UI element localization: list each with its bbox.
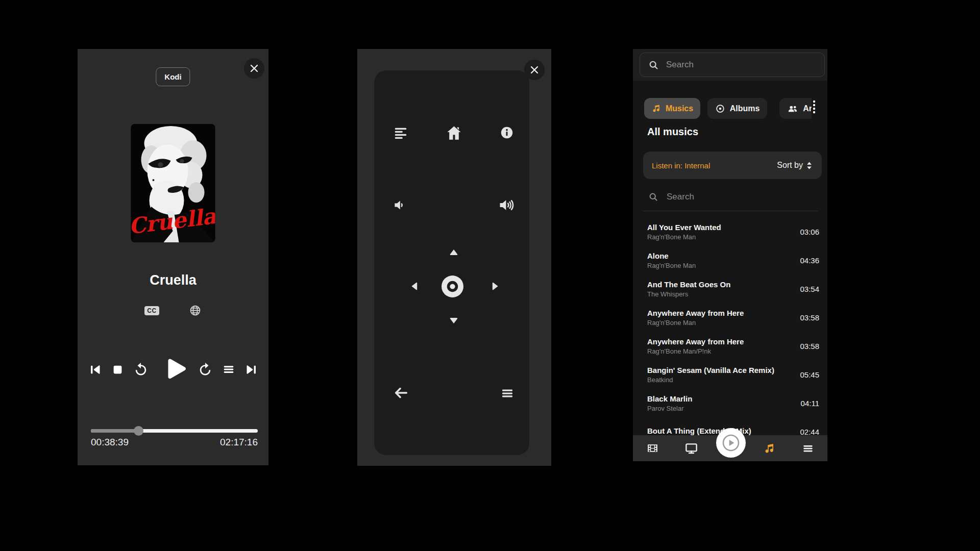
now-playing-fab[interactable]	[716, 428, 746, 458]
total-time: 02:17:16	[220, 437, 258, 448]
kodi-chip[interactable]: Kodi	[156, 67, 190, 86]
music-note-icon	[651, 104, 661, 113]
disc-icon	[715, 104, 725, 114]
song-duration: 02:44	[800, 428, 819, 436]
song-duration: 03:58	[800, 313, 819, 322]
search-icon	[648, 192, 658, 202]
search-icon	[648, 60, 659, 70]
nav-movies-button[interactable]	[633, 442, 672, 455]
song-row[interactable]: Anywhere Away from Here Rag'n'Bone Man/P…	[633, 332, 827, 360]
song-duration: 04:11	[801, 399, 819, 408]
nav-menu-button[interactable]	[789, 442, 827, 455]
song-row[interactable]: Black Marlin Parov Stelar 04:11	[633, 389, 827, 417]
song-artist: Rag'n'Bone Man/P!nk	[647, 347, 781, 355]
movie-poster: Cruella	[131, 124, 215, 242]
song-duration: 03:58	[800, 342, 819, 350]
remote-panel	[357, 49, 551, 466]
song-duration: 04:36	[800, 256, 819, 265]
song-title: Black Marlin	[647, 394, 781, 403]
info-button[interactable]	[499, 125, 514, 140]
dpad-left-button[interactable]	[409, 280, 420, 293]
close-icon	[249, 63, 259, 73]
song-title: Bout A Thing (Extended Mix)	[647, 427, 781, 435]
song-row[interactable]: Anywhere Away from Here Rag'n'Bone Man 0…	[633, 303, 827, 332]
back-button[interactable]	[393, 385, 409, 401]
song-title: Bangin' Sesam (Vanilla Ace Remix)	[647, 366, 781, 374]
remote-menu-button[interactable]	[500, 386, 515, 401]
dpad-select-button[interactable]	[441, 275, 464, 298]
media-title: Cruella	[78, 272, 268, 288]
monitor-icon	[684, 441, 698, 455]
film-icon	[646, 442, 659, 455]
song-title: Anywhere Away from Here	[647, 337, 781, 346]
song-row[interactable]: Alone Rag'n'Bone Man 04:36	[633, 246, 827, 274]
stop-button[interactable]	[111, 363, 125, 377]
search-placeholder: Search	[666, 60, 694, 70]
dpad-right-button[interactable]	[489, 280, 501, 293]
skip-next-button[interactable]	[244, 363, 258, 377]
sort-arrows-icon	[805, 161, 813, 170]
song-artist: The Whispers	[647, 290, 781, 298]
song-title: Alone	[647, 252, 781, 260]
divider	[643, 211, 818, 211]
global-search-input[interactable]: Search	[640, 53, 825, 77]
now-playing-panel: Kodi	[78, 49, 268, 465]
volume-up-button[interactable]	[498, 196, 516, 214]
song-title: Anywhere Away from Here	[647, 309, 781, 317]
tab-artists[interactable]: Artists	[779, 98, 812, 119]
close-icon	[529, 65, 540, 75]
seek-thumb[interactable]	[134, 426, 143, 436]
tab-artists-label: Artists	[803, 104, 812, 113]
people-icon	[787, 103, 798, 114]
song-artist: Beatkind	[647, 376, 781, 384]
vertical-dots-icon	[812, 99, 820, 116]
skip-previous-button[interactable]	[88, 363, 102, 377]
library-header: Search	[633, 49, 827, 81]
play-button[interactable]	[157, 354, 189, 385]
list-search-placeholder: Search	[667, 192, 694, 202]
tabs-overflow-button[interactable]	[812, 99, 820, 120]
song-duration: 03:54	[800, 285, 819, 293]
volume-down-button[interactable]	[393, 197, 408, 213]
hamburger-icon	[801, 442, 815, 455]
fast-forward-icon[interactable]	[198, 362, 213, 377]
rewind-icon[interactable]	[133, 362, 149, 377]
dpad-up-button[interactable]	[447, 247, 460, 258]
listen-in-button[interactable]: Listen in: Internal	[652, 161, 710, 170]
list-search-input[interactable]: Search	[648, 189, 817, 205]
globe-icon	[189, 304, 202, 317]
close-player-button[interactable]	[244, 58, 264, 79]
filter-bar: Listen in: Internal Sort by	[643, 152, 822, 179]
screen: Kodi	[0, 0, 980, 551]
nav-music-button[interactable]	[750, 442, 789, 455]
tab-musics-label: Musics	[666, 104, 693, 113]
seek-slider[interactable]	[91, 426, 258, 435]
song-artist: Rag'n'Bone Man	[647, 233, 781, 241]
song-row[interactable]: All You Ever Wanted Rag'n'Bone Man 03:06	[633, 217, 827, 246]
nav-tv-button[interactable]	[672, 441, 710, 455]
dpad-down-button[interactable]	[447, 315, 460, 326]
tab-musics[interactable]: Musics	[644, 98, 700, 119]
playlist-button[interactable]	[222, 362, 236, 377]
queue-button[interactable]	[393, 125, 408, 140]
song-row[interactable]: And The Beat Goes On The Whispers 03:54	[633, 274, 827, 303]
progress-fill	[91, 429, 138, 433]
remote-pad	[374, 70, 529, 455]
elapsed-time: 00:38:39	[91, 437, 129, 448]
song-title: And The Beat Goes On	[647, 280, 781, 289]
song-title: All You Ever Wanted	[647, 223, 781, 232]
section-heading: All musics	[647, 126, 698, 138]
close-remote-button[interactable]	[524, 60, 545, 80]
audio-language-button[interactable]	[189, 304, 202, 317]
home-button[interactable]	[445, 124, 463, 142]
subtitles-button[interactable]: CC	[144, 306, 159, 315]
cc-icon: CC	[144, 306, 159, 315]
song-row[interactable]: Bangin' Sesam (Vanilla Ace Remix) Beatki…	[633, 360, 827, 389]
music-note-icon	[763, 442, 775, 455]
song-artist: Rag'n'Bone Man	[647, 319, 781, 327]
tab-albums[interactable]: Albums	[707, 98, 767, 119]
library-tabs: Musics Albums Artists	[633, 98, 812, 119]
music-library-panel: Search Musics Albums Artists	[633, 49, 827, 461]
sort-by-button[interactable]: Sort by	[777, 161, 813, 170]
playback-controls	[78, 351, 268, 388]
